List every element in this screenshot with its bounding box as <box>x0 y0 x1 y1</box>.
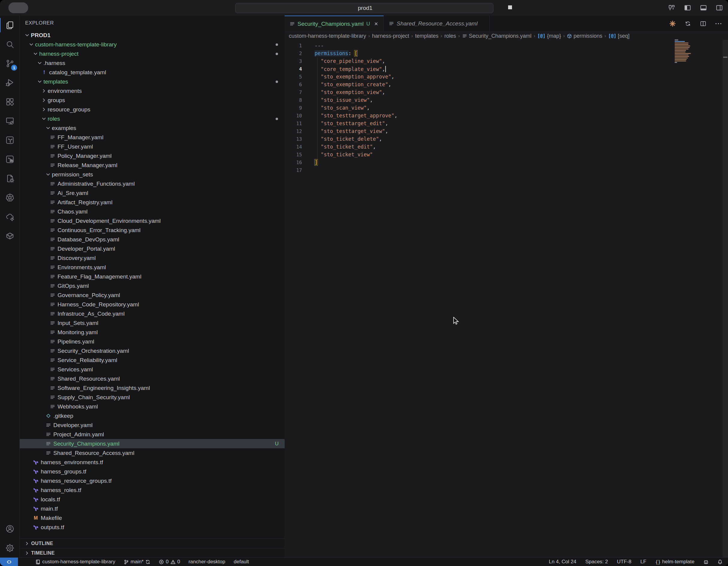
tree-row-harness_resource_groups.tf[interactable]: harness_resource_groups.tf <box>20 476 285 485</box>
nav-back-button[interactable] <box>213 3 221 11</box>
breadcrumb-item[interactable]: permissions <box>567 33 602 39</box>
more-actions-icon[interactable] <box>273 20 279 26</box>
tree-row-Developer_Portal.yaml[interactable]: Developer_Portal.yaml <box>20 244 285 254</box>
status-kube-context[interactable]: rancher-desktop <box>187 558 226 566</box>
activity-item-remote-explorer[interactable] <box>0 111 19 131</box>
activity-item-terraform[interactable] <box>0 131 19 150</box>
panel-timeline[interactable]: TIMELINE <box>20 548 285 558</box>
tree-row-Services.yaml[interactable]: Services.yaml <box>20 365 285 374</box>
tab-Security_Champions.yaml[interactable]: Security_Champions.yamlU <box>285 16 384 31</box>
tree-row-Webhooks.yaml[interactable]: Webhooks.yaml <box>20 402 285 411</box>
close-icon[interactable] <box>374 21 379 26</box>
status-encoding[interactable]: UTF-8 <box>616 558 632 566</box>
tree-row-Developer.yaml[interactable]: Developer.yaml <box>20 420 285 430</box>
toggle-secondary-sidebar-icon[interactable] <box>715 4 723 12</box>
tree-row-main.tf[interactable]: main.tf <box>20 504 285 513</box>
status-eol-sequence[interactable]: LF <box>639 558 647 566</box>
tree-row-Release_Manager.yaml[interactable]: Release_Manager.yaml <box>20 161 285 170</box>
tree-row-harness_environments.tf[interactable]: harness_environments.tf <box>20 458 285 467</box>
tree-row-Discovery.yaml[interactable]: Discovery.yaml <box>20 254 285 263</box>
tree-row-FF_User.yaml[interactable]: FF_User.yaml <box>20 142 285 151</box>
tree-row-Cloud_Development_Environments.yaml[interactable]: Cloud_Development_Environments.yaml <box>20 216 285 226</box>
breadcrumb-item[interactable]: Security_Champions.yaml <box>462 33 531 39</box>
activity-item-terraform-cloud[interactable] <box>0 150 19 169</box>
minimap[interactable] <box>675 40 693 63</box>
status-kube-namespace[interactable]: default <box>232 558 250 566</box>
layout-toggle-button[interactable] <box>500 4 512 11</box>
activity-item-extensions[interactable] <box>0 92 19 111</box>
tree-row-environments[interactable]: environments <box>20 86 285 96</box>
tree-row-harness-project[interactable]: harness-project <box>20 49 285 58</box>
tree-row-Infrastruce_As_Code.yaml[interactable]: Infrastruce_As_Code.yaml <box>20 309 285 318</box>
tree-row-Artifact_Registry.yaml[interactable]: Artifact_Registry.yaml <box>20 198 285 207</box>
tree-row-Administrative_Functions.yaml[interactable]: Administrative_Functions.yaml <box>20 179 285 188</box>
status-problems[interactable]: 00 <box>158 558 181 566</box>
panel-outline[interactable]: OUTLINE <box>20 538 285 548</box>
activity-item-accounts[interactable] <box>0 519 19 538</box>
tree-row-examples[interactable]: examples <box>20 123 285 133</box>
search-input[interactable] <box>357 4 380 12</box>
breadcrumb-item[interactable]: roles <box>444 33 456 39</box>
activity-item-cloud-tools[interactable] <box>0 207 19 227</box>
tree-row-.gitkeep[interactable]: .gitkeep <box>20 411 285 420</box>
activity-item-source-control[interactable]: 1 <box>0 54 19 73</box>
synchronize-icon[interactable] <box>684 20 691 27</box>
status-assistant[interactable] <box>702 558 710 566</box>
tree-row-Feature_Flag_Management.yaml[interactable]: Feature_Flag_Management.yaml <box>20 272 285 281</box>
tree-row-GitOps.yaml[interactable]: GitOps.yaml <box>20 281 285 290</box>
tree-row-resource_groups[interactable]: resource_groups <box>20 105 285 114</box>
tree-row-Environments.yaml[interactable]: Environments.yaml <box>20 263 285 272</box>
status-language-mode[interactable]: {}helm-template <box>654 558 696 566</box>
breadcrumb-item[interactable]: [@][seq] <box>608 33 629 39</box>
activity-item-kubernetes[interactable] <box>0 188 19 207</box>
tree-row-Monitoring.yaml[interactable]: Monitoring.yaml <box>20 327 285 337</box>
tree-row-locals.tf[interactable]: locals.tf <box>20 495 285 504</box>
tree-row-Software_Engineering_Insights.yaml[interactable]: Software_Engineering_Insights.yaml <box>20 383 285 393</box>
activity-item-containers[interactable] <box>0 227 19 246</box>
status-repository[interactable]: custom-harness-template-library <box>34 558 117 566</box>
editor-scrollbar[interactable] <box>723 40 728 558</box>
command-center-search[interactable] <box>235 3 493 13</box>
tree-row-.harness[interactable]: .harness <box>20 58 285 68</box>
tree-row-Continuous_Error_Tracking.yaml[interactable]: Continuous_Error_Tracking.yaml <box>20 226 285 235</box>
tree-row-Supply_Chain_Security.yaml[interactable]: Supply_Chain_Security.yaml <box>20 393 285 402</box>
customize-layout-icon[interactable] <box>668 4 676 12</box>
ai-sparkle-icon[interactable] <box>669 20 676 27</box>
breadcrumb-item[interactable]: custom-harness-template-library <box>289 33 366 39</box>
tree-row-Makefile[interactable]: MMakefile <box>20 513 285 523</box>
tree-row-Ai_Sre.yaml[interactable]: Ai_Sre.yaml <box>20 188 285 198</box>
tree-row-Chaos.yaml[interactable]: Chaos.yaml <box>20 207 285 216</box>
tree-row-Security_Champions.yaml[interactable]: Security_Champions.yamlU <box>20 439 285 448</box>
split-editor-icon[interactable] <box>700 20 707 27</box>
breadcrumb-item[interactable]: templates <box>415 33 439 39</box>
toggle-primary-sidebar-icon[interactable] <box>684 4 691 12</box>
tree-row-Pipelines.yaml[interactable]: Pipelines.yaml <box>20 337 285 346</box>
tree-row-Input_Sets.yaml[interactable]: Input_Sets.yaml <box>20 318 285 327</box>
tab-Shared_Resource_Access.yaml[interactable]: Shared_Resource_Access.yaml <box>384 16 490 31</box>
status-notifications[interactable] <box>716 558 724 566</box>
status-git-branch[interactable]: main* <box>123 558 152 566</box>
tree-row-groups[interactable]: groups <box>20 96 285 105</box>
tree-row-harness_groups.tf[interactable]: harness_groups.tf <box>20 467 285 476</box>
tree-row-Service_Reliability.yaml[interactable]: Service_Reliability.yaml <box>20 355 285 365</box>
activity-item-dev-tools-file[interactable] <box>0 169 19 188</box>
code-editor[interactable]: 1---2permissions: [3 "core_pipeline_view… <box>285 40 728 558</box>
tree-row-roles[interactable]: roles <box>20 114 285 123</box>
tree-row-Project_Admin.yaml[interactable]: Project_Admin.yaml <box>20 430 285 439</box>
tree-row-FF_Manager.yaml[interactable]: FF_Manager.yaml <box>20 133 285 142</box>
activity-item-search[interactable] <box>0 35 19 54</box>
tree-row-catalog_template.yaml[interactable]: !catalog_template.yaml <box>20 68 285 77</box>
tree-row-templates[interactable]: templates <box>20 77 285 86</box>
tree-row-Database_DevOps.yaml[interactable]: Database_DevOps.yaml <box>20 235 285 244</box>
status-indentation[interactable]: Spaces: 2 <box>584 558 609 566</box>
toggle-panel-icon[interactable] <box>700 4 707 12</box>
tree-row-outputs.tf[interactable]: outputs.tf <box>20 523 285 532</box>
tree-row-Harness_Code_Repository.yaml[interactable]: Harness_Code_Repository.yaml <box>20 300 285 309</box>
tree-row-Shared_Resources.yaml[interactable]: Shared_Resources.yaml <box>20 374 285 383</box>
tree-row-permission_sets[interactable]: permission_sets <box>20 170 285 179</box>
screen-share-pill[interactable] <box>8 2 28 13</box>
tree-row-Security_Orchestration.yaml[interactable]: Security_Orchestration.yaml <box>20 346 285 355</box>
breadcrumb-item[interactable]: [@]{map} <box>537 33 561 39</box>
tree-row-harness_roles.tf[interactable]: harness_roles.tf <box>20 485 285 495</box>
status-remote-indicator[interactable] <box>0 558 18 566</box>
